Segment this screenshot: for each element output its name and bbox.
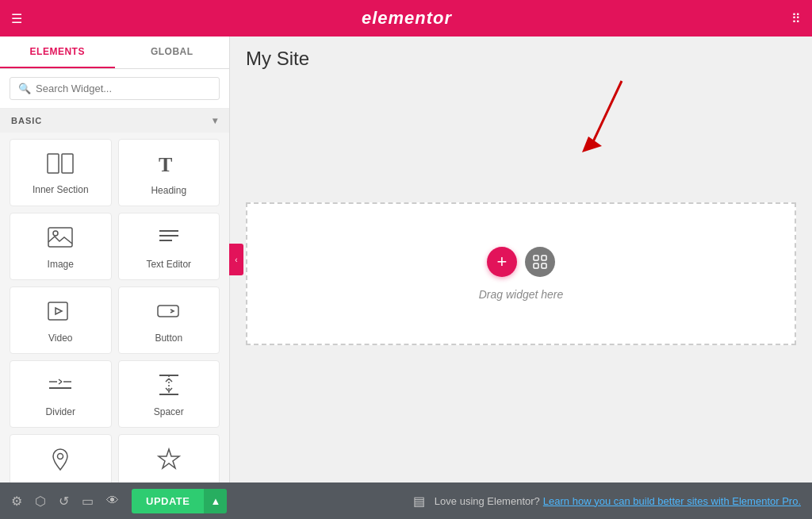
menu-icon[interactable]: ☰ bbox=[11, 11, 22, 26]
search-box: 🔍 bbox=[0, 69, 229, 109]
arrow-indicator bbox=[558, 73, 638, 171]
widget-text-editor[interactable]: Text Editor bbox=[118, 213, 220, 280]
svg-rect-10 bbox=[158, 306, 178, 317]
tab-elements[interactable]: ELEMENTS bbox=[0, 37, 115, 68]
svg-rect-25 bbox=[534, 263, 538, 268]
collapse-icon: ‹ bbox=[235, 256, 237, 264]
widget-video-label: Video bbox=[48, 333, 72, 344]
widget-image-label: Image bbox=[48, 259, 74, 270]
drop-zone-label: Drag widget here bbox=[479, 288, 564, 301]
elementor-logo: elementor bbox=[22, 8, 791, 29]
svg-rect-0 bbox=[48, 154, 59, 173]
top-bar: ☰ elementor ⠿ bbox=[0, 0, 812, 37]
divider-icon bbox=[48, 374, 73, 400]
layers-icon[interactable]: ⬡ bbox=[35, 494, 46, 509]
svg-point-19 bbox=[58, 454, 63, 459]
svg-line-21 bbox=[590, 81, 622, 148]
main-layout: ELEMENTS GLOBAL 🔍 BASIC ▾ bbox=[0, 37, 812, 482]
widget-spacer-label: Spacer bbox=[154, 406, 184, 417]
apps-icon[interactable]: ⠿ bbox=[791, 11, 801, 26]
widget-heading[interactable]: T Heading bbox=[118, 139, 220, 206]
button-icon bbox=[156, 300, 182, 326]
add-widget-button[interactable]: + bbox=[487, 247, 517, 277]
bottom-bar: ⚙ ⬡ ↺ ▭ 👁 UPDATE ▲ ▤ Love using Elemento… bbox=[0, 482, 812, 519]
widget-button-label: Button bbox=[155, 333, 182, 344]
widgets-grid: Inner Section T Heading bbox=[0, 133, 229, 482]
widget-spacer[interactable]: Spacer bbox=[118, 360, 220, 428]
update-button-group: UPDATE ▲ bbox=[132, 489, 227, 513]
svg-marker-9 bbox=[56, 308, 62, 314]
canvas-header: My Site bbox=[230, 37, 812, 81]
notice-icon: ▤ bbox=[413, 494, 425, 509]
svg-rect-23 bbox=[534, 256, 538, 260]
svg-text:T: T bbox=[159, 153, 172, 175]
sidebar-collapse-tab[interactable]: ‹ bbox=[229, 244, 243, 275]
add-section-button[interactable] bbox=[525, 247, 555, 277]
svg-line-14 bbox=[59, 382, 62, 384]
drop-zone-content: + Drag widget here bbox=[479, 247, 564, 301]
notice-text: Love using Elementor? bbox=[435, 495, 540, 507]
widget-inner-section[interactable]: Inner Section bbox=[10, 139, 112, 206]
chevron-down-icon: ▾ bbox=[213, 115, 218, 126]
video-icon bbox=[48, 300, 73, 326]
responsive-icon[interactable]: ▭ bbox=[82, 494, 94, 509]
heading-icon: T bbox=[157, 152, 181, 179]
tab-global[interactable]: GLOBAL bbox=[115, 37, 230, 68]
widget-image[interactable]: Image bbox=[10, 213, 112, 280]
bottom-bar-right: ▤ Love using Elementor? Learn how you ca… bbox=[413, 494, 801, 509]
image-icon bbox=[48, 226, 73, 252]
widget-inner-section-label: Inner Section bbox=[33, 184, 89, 195]
svg-rect-3 bbox=[48, 228, 72, 247]
svg-rect-8 bbox=[48, 302, 67, 320]
widget-divider-label: Divider bbox=[46, 406, 75, 417]
drop-zone[interactable]: + Drag widget here bbox=[246, 202, 796, 345]
sidebar-tabs: ELEMENTS GLOBAL bbox=[0, 37, 229, 69]
widget-video[interactable]: Video bbox=[10, 286, 112, 354]
notice-link[interactable]: Learn how you can build better sites wit… bbox=[543, 495, 801, 507]
widget-button[interactable]: Button bbox=[118, 286, 220, 354]
widget-heading-label: Heading bbox=[151, 185, 186, 196]
update-dropdown-button[interactable]: ▲ bbox=[204, 489, 227, 513]
inner-section-icon bbox=[47, 153, 74, 178]
drop-buttons: + bbox=[487, 247, 555, 277]
bottom-bar-left: ⚙ ⬡ ↺ ▭ 👁 UPDATE ▲ bbox=[11, 489, 227, 513]
settings-icon[interactable]: ⚙ bbox=[11, 494, 22, 509]
svg-rect-1 bbox=[62, 154, 73, 173]
search-input-wrap: 🔍 bbox=[10, 77, 220, 100]
history-icon[interactable]: ↺ bbox=[59, 494, 69, 509]
svg-point-4 bbox=[53, 231, 58, 236]
spacer-icon bbox=[156, 374, 182, 400]
google-maps-icon bbox=[48, 448, 73, 475]
sidebar: ELEMENTS GLOBAL 🔍 BASIC ▾ bbox=[0, 37, 230, 482]
icon-widget-icon bbox=[156, 448, 182, 475]
svg-rect-26 bbox=[542, 263, 546, 268]
search-input[interactable] bbox=[36, 83, 211, 94]
svg-marker-20 bbox=[159, 449, 179, 468]
widget-text-editor-label: Text Editor bbox=[146, 259, 191, 270]
widget-google-maps[interactable]: Google Maps bbox=[10, 434, 112, 482]
preview-icon[interactable]: 👁 bbox=[106, 494, 119, 508]
canvas-area: My Site + bbox=[230, 37, 812, 482]
widget-divider[interactable]: Divider bbox=[10, 360, 112, 428]
update-button[interactable]: UPDATE bbox=[132, 489, 204, 513]
section-header-basic[interactable]: BASIC ▾ bbox=[0, 109, 229, 133]
search-icon: 🔍 bbox=[18, 83, 31, 94]
svg-marker-22 bbox=[582, 136, 602, 152]
svg-rect-24 bbox=[542, 256, 546, 260]
widget-icon[interactable]: Icon bbox=[118, 434, 220, 482]
section-label: BASIC bbox=[11, 116, 42, 125]
canvas-content: + Drag widget here bbox=[246, 81, 796, 467]
text-editor-icon bbox=[156, 226, 182, 252]
canvas-site-title: My Site bbox=[246, 48, 796, 70]
